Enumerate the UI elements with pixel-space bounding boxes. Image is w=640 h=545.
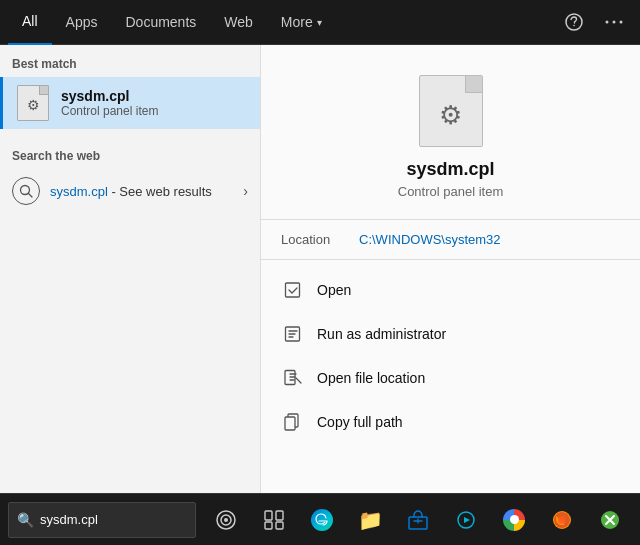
action-copy-path[interactable]: Copy full path [261,400,640,444]
svg-point-4 [620,21,623,24]
feedback-icon-button[interactable] [556,4,592,40]
location-value[interactable]: C:\WINDOWS\system32 [359,232,501,247]
main-content: Best match ⚙ sysdm.cpl Control panel ite… [0,45,640,493]
chrome-button[interactable] [492,498,536,542]
search-circle-icon [12,177,40,205]
result-subtitle: Control panel item [61,104,158,118]
file-location-icon [281,366,305,390]
svg-rect-18 [276,522,283,529]
action-open-label: Open [317,282,351,298]
web-section: Search the web sysdm.cpl - See web resul… [0,129,260,221]
best-match-label: Best match [0,45,260,77]
task-view-button[interactable] [252,498,296,542]
search-box-icon: 🔍 [17,512,34,528]
action-run-admin-label: Run as administrator [317,326,446,342]
best-match-result[interactable]: ⚙ sysdm.cpl Control panel item [0,77,260,129]
chevron-right-icon: › [243,183,248,199]
search-box[interactable]: 🔍 [8,502,196,538]
svg-point-3 [613,21,616,24]
left-panel: Best match ⚙ sysdm.cpl Control panel ite… [0,45,260,493]
web-result-text: sysdm.cpl - See web results [50,184,243,199]
chrome-icon [503,509,525,531]
svg-rect-11 [285,417,295,430]
media-player-button[interactable] [444,498,488,542]
nav-tab-documents[interactable]: Documents [111,0,210,45]
search-web-label: Search the web [0,137,260,169]
svg-rect-16 [276,511,283,520]
gear-icon: ⚙ [27,97,40,113]
chevron-down-icon: ▾ [317,17,322,28]
nav-icons [556,4,632,40]
svg-point-2 [606,21,609,24]
file-explorer-button[interactable]: 📁 [348,498,392,542]
action-open[interactable]: Open [261,268,640,312]
xbox-button[interactable] [588,498,632,542]
more-options-button[interactable] [596,4,632,40]
cpl-file-icon: ⚙ [15,85,51,121]
detail-subtitle: Control panel item [398,184,504,199]
cortana-button[interactable] [204,498,248,542]
edge-browser-button[interactable] [300,498,344,542]
run-admin-icon [281,322,305,346]
svg-point-1 [573,25,575,27]
taskbar: 🔍 [0,493,640,545]
right-panel: ⚙ sysdm.cpl Control panel item Location … [260,45,640,493]
svg-point-14 [224,518,228,522]
nav-tab-apps[interactable]: Apps [52,0,112,45]
nav-tab-web[interactable]: Web [210,0,267,45]
nav-tab-all[interactable]: All [8,0,52,45]
detail-actions: Open Run as administrator [261,259,640,452]
detail-header: ⚙ sysdm.cpl Control panel item [261,45,640,219]
copy-icon [281,410,305,434]
svg-rect-7 [286,283,300,297]
detail-info: Location C:\WINDOWS\system32 [261,219,640,259]
firefox-button[interactable] [540,498,584,542]
open-icon [281,278,305,302]
nav-tab-more[interactable]: More ▾ [267,0,336,45]
large-cpl-icon: ⚙ [419,75,483,147]
action-file-location[interactable]: Open file location [261,356,640,400]
large-gear-icon: ⚙ [439,100,462,131]
taskbar-icons: 📁 [204,498,632,542]
detail-title: sysdm.cpl [406,159,494,180]
svg-rect-17 [265,522,272,529]
search-input[interactable] [40,512,187,527]
action-run-admin[interactable]: Run as administrator [261,312,640,356]
top-nav: All Apps Documents Web More ▾ [0,0,640,45]
svg-point-23 [558,516,566,524]
svg-line-6 [29,194,33,198]
action-copy-path-label: Copy full path [317,414,403,430]
web-result-item[interactable]: sysdm.cpl - See web results › [0,169,260,213]
svg-marker-21 [464,517,470,523]
folder-icon: 📁 [358,508,383,532]
action-file-location-label: Open file location [317,370,425,386]
result-title: sysdm.cpl [61,88,158,104]
edge-icon [311,509,333,531]
location-label: Location [281,232,351,247]
store-button[interactable] [396,498,440,542]
svg-rect-15 [265,511,272,520]
